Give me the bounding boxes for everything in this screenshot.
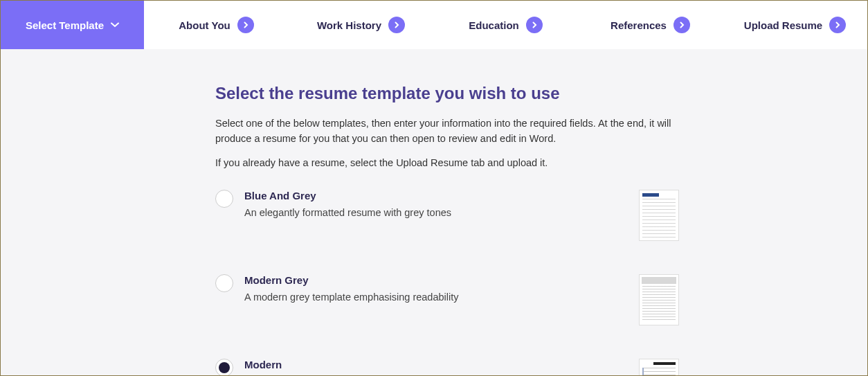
template-option-modern[interactable]: Modern A simple modern template with cle… — [215, 359, 679, 376]
nav-upload-resume[interactable]: Upload Resume — [723, 1, 867, 49]
chevron-right-icon — [673, 17, 690, 33]
chevron-right-icon — [829, 17, 846, 33]
template-thumbnail — [639, 190, 679, 241]
chevron-right-icon — [237, 17, 254, 33]
template-text: Blue And Grey An elegantly formatted res… — [244, 190, 625, 218]
nav-label: Select Template — [26, 19, 104, 31]
nav-bar: Select Template About You Work History E… — [1, 1, 867, 49]
template-description: An elegantly formatted resume with grey … — [244, 207, 625, 218]
main-content: Select the resume template you wish to u… — [1, 49, 679, 376]
template-title: Modern — [244, 359, 625, 370]
template-option-modern-grey[interactable]: Modern Grey A modern grey template empha… — [215, 274, 679, 325]
template-text: Modern A simple modern template with cle… — [244, 359, 625, 376]
template-thumbnail — [639, 359, 679, 376]
nav-about-you[interactable]: About You — [144, 1, 289, 49]
chevron-right-icon — [388, 17, 405, 33]
nav-label: Upload Resume — [744, 19, 822, 31]
nav-label: Work History — [317, 19, 381, 31]
nav-label: Education — [469, 19, 519, 31]
nav-work-history[interactable]: Work History — [289, 1, 433, 49]
chevron-down-icon — [111, 22, 119, 28]
page-heading: Select the resume template you wish to u… — [215, 84, 679, 103]
radio-button[interactable] — [215, 190, 233, 208]
intro-paragraph-1: Select one of the below templates, then … — [215, 116, 679, 147]
nav-references[interactable]: References — [578, 1, 723, 49]
template-thumbnail — [639, 274, 679, 325]
radio-button[interactable] — [215, 359, 233, 376]
nav-select-template[interactable]: Select Template — [1, 1, 144, 49]
template-title: Blue And Grey — [244, 190, 625, 202]
template-option-blue-and-grey[interactable]: Blue And Grey An elegantly formatted res… — [215, 190, 679, 241]
template-title: Modern Grey — [244, 274, 625, 286]
template-list: Blue And Grey An elegantly formatted res… — [215, 190, 679, 376]
nav-label: References — [611, 19, 667, 31]
template-description: A modern grey template emphasising reada… — [244, 292, 625, 303]
radio-button[interactable] — [215, 274, 233, 292]
nav-label: About You — [179, 19, 230, 31]
chevron-right-icon — [526, 17, 543, 33]
template-text: Modern Grey A modern grey template empha… — [244, 274, 625, 303]
intro-paragraph-2: If you already have a resume, select the… — [215, 155, 679, 170]
nav-education[interactable]: Education — [433, 1, 578, 49]
